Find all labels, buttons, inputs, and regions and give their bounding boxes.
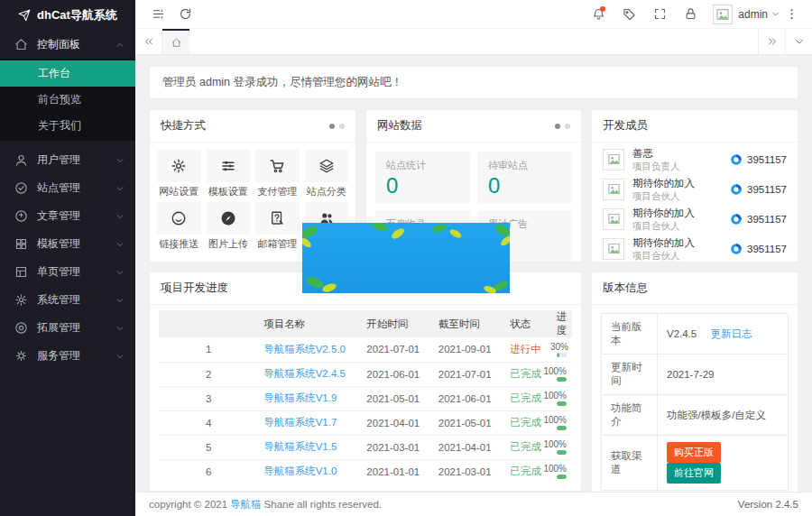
promo-banner-image [302,223,510,293]
project-link[interactable]: 导航猫系统V2.5.0 [263,344,346,355]
row-index: 5 [159,435,258,459]
check-circle-icon [14,181,28,195]
table-row[interactable]: 6 导航猫系统V1.0 2021-01-01 2021-03-01 已完成 10… [159,459,572,484]
member-row: 善恶 项目负责人 3951157 [603,144,787,174]
sidebar-item-about-us[interactable]: 关于我们 [0,113,135,139]
quick-action-link-push[interactable]: 链接推送 [157,202,201,249]
dev-members-title: 开发成员 [603,118,648,134]
lock-button[interactable] [675,0,706,29]
current-version-label: 当前版本 [602,314,658,355]
sidebar-item-template-management[interactable]: 模板管理 [0,230,135,258]
chevron-down-icon [115,212,125,221]
sidebar-item-workbench[interactable]: 工作台 [0,60,135,87]
refresh-button[interactable] [171,0,198,29]
more-options-button[interactable] [780,0,803,29]
stat-value: 0 [488,174,561,198]
tabs-menu-button[interactable] [785,29,812,54]
member-avatar [603,208,624,230]
sidebar-item-service-management[interactable]: 服务管理 [0,342,135,370]
end-date: 2021-09-01 [433,337,504,362]
buy-genuine-button[interactable]: 购买正版 [667,442,721,463]
chevron-down-icon [115,324,125,333]
carousel-dot-active[interactable] [555,124,560,129]
chevron-up-icon [115,41,125,50]
progress-percent: 30% [550,342,568,352]
notifications-button[interactable] [583,0,614,29]
tabs-scroll-left-button[interactable] [135,29,162,54]
sidebar-item-article-management[interactable]: 文章管理 [0,202,135,230]
chevrons-right-icon [767,36,778,47]
copyright-suffix: Shane all rights reserved. [264,499,382,510]
official-site-button[interactable]: 前往官网 [667,463,721,484]
status-badge: 已完成 [510,441,541,452]
sidebar-item-system-management[interactable]: 系统管理 [0,286,135,314]
carousel-dot-active[interactable] [329,124,335,129]
carousel-dot[interactable] [339,124,345,129]
avatar[interactable] [713,5,733,24]
compass-icon [207,202,251,235]
quick-action-mailbox[interactable]: 邮箱管理 [255,202,300,249]
quick-action-site-category[interactable]: 站点分类 [305,150,349,197]
status-badge: 进行中 [510,344,541,355]
fullscreen-button[interactable] [644,0,675,29]
home-tab-icon [171,37,182,49]
carousel-dots [329,124,345,129]
table-row[interactable]: 4 导航猫系统V1.7 2021-04-01 2021-05-01 已完成 10… [159,410,572,435]
table-header-cell: 进度 [551,310,573,337]
table-row[interactable]: 3 导航猫系统V1.9 2021-05-01 2021-06-01 已完成 10… [159,386,572,410]
tabs-scroll-right-button[interactable] [758,29,785,54]
row-index: 6 [159,459,258,484]
member-name: 善恶 [632,148,730,159]
tab-home[interactable] [162,29,189,54]
fullscreen-icon [653,7,667,21]
layout-icon [14,265,28,279]
progress-fill [557,426,567,430]
progress: 100% [557,366,567,382]
sidebar-item-site-management[interactable]: 站点管理 [0,174,135,202]
collapse-menu-button[interactable] [144,0,171,29]
qq-icon [730,243,743,255]
quick-action-image-upload[interactable]: 图片上传 [207,202,251,249]
gear-icon [157,150,201,182]
table-row[interactable]: 2 导航猫系统V2.4.5 2021-06-01 2021-07-01 已完成 … [159,362,572,386]
current-version-value: V2.4.5 [667,328,697,339]
progress-bar [557,353,567,357]
tag-button[interactable] [614,0,644,29]
table-row[interactable]: 5 导航猫系统V1.5 2021-03-01 2021-04-01 已完成 10… [159,435,572,459]
quick-actions-title: 快捷方式 [161,118,206,134]
image-placeholder-icon [607,182,621,196]
project-link[interactable]: 导航猫系统V1.5 [263,441,337,452]
project-link[interactable]: 导航猫系统V1.7 [263,417,337,428]
start-date: 2021-04-01 [361,410,432,435]
table-header-cell: 状态 [504,310,550,337]
user-menu[interactable]: admin [738,8,780,21]
smiley-icon [157,202,201,235]
update-time-label: 更新时间 [602,355,658,395]
table-header-cell [159,310,258,337]
changelog-link[interactable]: 更新日志 [710,328,752,339]
carousel-dot[interactable] [565,124,570,129]
table-row[interactable]: 1 导航猫系统V2.5.0 2021-07-01 2021-09-01 进行中 … [159,337,572,362]
sidebar-item-user-management[interactable]: 用户管理 [0,146,135,174]
project-link[interactable]: 导航猫系统V1.9 [263,392,337,403]
sidebar-item-front-preview[interactable]: 前台预览 [0,87,135,113]
sidebar-item-control-panel[interactable]: 控制面板 [0,31,135,59]
chevron-down-icon [115,156,125,165]
member-name: 期待你的加入 [632,237,730,248]
dev-members-card: 开发成员 善恶 项目负责人 3951157 [591,109,798,263]
sidebar-item-single-page-management[interactable]: 单页管理 [0,258,135,286]
footer-brand-link[interactable]: 导航猫 [230,498,262,511]
stat-box: 站点统计 0 [375,152,470,203]
sidebar-item-extension-management[interactable]: 拓展管理 [0,314,135,342]
channel-label: 获取渠道 [602,436,658,491]
quick-action-site-settings[interactable]: 网站设置 [157,150,201,197]
cart-icon [255,150,300,182]
app-logo[interactable]: dhCat导航系统 [0,0,135,31]
project-link[interactable]: 导航猫系统V2.4.5 [263,368,346,379]
layers-icon [305,150,349,182]
footer: copyright © 2021 导航猫 Shane all rights re… [135,492,812,516]
quick-action-payment[interactable]: 支付管理 [255,150,300,197]
project-link[interactable]: 导航猫系统V1.0 [263,465,337,476]
quick-action-template-settings[interactable]: 模板设置 [207,150,251,197]
chevron-down-icon [794,36,805,47]
